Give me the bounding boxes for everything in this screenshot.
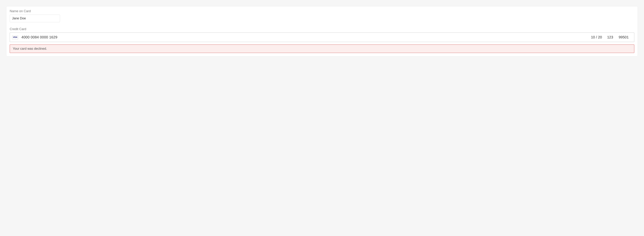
card-cvc-input[interactable] xyxy=(607,35,616,39)
card-zip-input[interactable] xyxy=(619,35,631,39)
visa-icon: VISA xyxy=(12,35,18,39)
credit-card-section: Credit Card VISA Your card was declined. xyxy=(10,27,634,53)
card-expiry-input[interactable] xyxy=(591,35,604,39)
card-error-message: Your card was declined. xyxy=(10,44,634,53)
credit-card-label: Credit Card xyxy=(10,27,634,31)
credit-card-input-row: VISA xyxy=(10,32,634,42)
visa-icon-text: VISA xyxy=(13,36,17,38)
name-on-card-input[interactable] xyxy=(10,14,60,22)
name-on-card-label: Name on Card xyxy=(10,9,634,13)
payment-form-card: Name on Card Credit Card VISA Your card … xyxy=(6,6,638,56)
card-number-input[interactable] xyxy=(22,35,588,39)
